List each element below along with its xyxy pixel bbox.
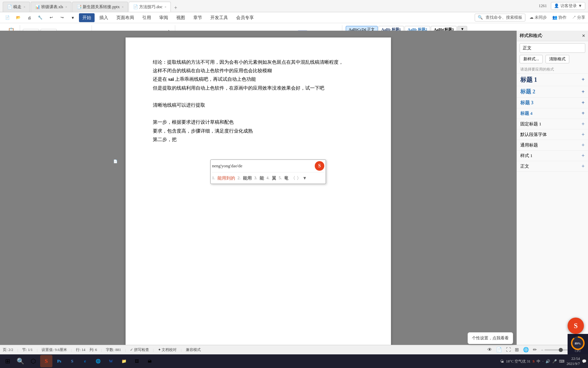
- style-h1-plus[interactable]: +: [582, 77, 585, 83]
- task-view-button[interactable]: ⬡: [27, 355, 39, 367]
- globe-icon[interactable]: 🌐: [523, 347, 529, 353]
- taskbar-word-btn[interactable]: W: [105, 355, 117, 367]
- new-tab-button[interactable]: +: [172, 4, 180, 12]
- taskbar-chrome-btn[interactable]: 🌐: [92, 355, 104, 367]
- share-btn[interactable]: ↗ 分享: [572, 15, 585, 20]
- print-icon[interactable]: 🖨: [24, 15, 34, 20]
- redo-icon[interactable]: ↪: [57, 15, 67, 20]
- ribbon-tab-dev[interactable]: 开发工具: [207, 13, 231, 22]
- style-item-fixed-h1[interactable]: 固定标题 1 +: [517, 119, 588, 129]
- eye-icon[interactable]: 👁: [487, 347, 492, 353]
- personality-tooltip[interactable]: 个性设置，点我看看: [468, 332, 513, 344]
- ribbon-search-box[interactable]: 🔍 查找命令、搜索模板: [475, 14, 525, 21]
- mic-icon[interactable]: 🎤: [552, 359, 557, 364]
- doc-line-6: 第一步，根据要求进行设计草稿和配色: [153, 118, 364, 126]
- collab-btn[interactable]: 👥 协作: [552, 15, 567, 20]
- tab-3-close[interactable]: ×: [122, 5, 124, 9]
- keyboard-icon[interactable]: ⌨: [559, 359, 565, 364]
- spell-check-btn[interactable]: ✓ 拼写检查: [130, 347, 149, 352]
- document-page[interactable]: 📄 ... 结论：提取线稿的方法不可用，因为会有小的元素例如灰色斑点在其中混乱线…: [126, 37, 391, 352]
- doc-view-icon[interactable]: 📄: [496, 347, 502, 353]
- ribbon-tab-ref[interactable]: 引用: [139, 13, 154, 22]
- open-icon[interactable]: 📂: [14, 15, 23, 20]
- cand-4[interactable]: 翼: [271, 174, 277, 182]
- ime-tray-icon[interactable]: S: [533, 359, 535, 363]
- current-style-display: 正文: [520, 43, 585, 53]
- ribbon-tab-layout[interactable]: 页面布局: [113, 13, 137, 22]
- sync-btn[interactable]: ☁ 未同步: [529, 15, 547, 20]
- zoom-out-btn[interactable]: −: [541, 348, 543, 352]
- tab-2[interactable]: 📊 班级课表.xls ×: [31, 2, 72, 12]
- search-button[interactable]: 🔍: [14, 355, 27, 367]
- style-h3-plus[interactable]: +: [582, 100, 585, 106]
- taskbar-search-icon: 🔍: [17, 357, 24, 365]
- format-icon[interactable]: 🔧: [35, 15, 45, 20]
- visitor-login-button[interactable]: 👤 访客登录 ▼: [551, 2, 585, 10]
- content-area[interactable]: 📄 ... 结论：提取线稿的方法不可用，因为会有小的元素例如灰色斑点在其中混乱线…: [0, 31, 517, 358]
- wps-floating-btn[interactable]: S: [568, 318, 584, 334]
- tab-2-close[interactable]: ×: [65, 5, 67, 9]
- taskbar-sai-btn[interactable]: S: [66, 355, 78, 367]
- ribbon-tab-vip[interactable]: 会员专享: [233, 13, 257, 22]
- weather-temp: 18°C 空气优 31: [506, 359, 530, 364]
- cand-5[interactable]: 竜: [283, 174, 290, 182]
- style-h2-plus[interactable]: +: [582, 89, 585, 95]
- tab-1[interactable]: 📄 稿走 ×: [3, 2, 30, 12]
- undo-icon[interactable]: ↩: [46, 15, 56, 20]
- ribbon-tab-insert[interactable]: 插入: [96, 13, 112, 22]
- style-common-heading-plus[interactable]: +: [582, 142, 585, 148]
- notification-btn[interactable]: 💬: [582, 359, 587, 364]
- ribbon-tab-start[interactable]: 开始: [79, 13, 95, 22]
- tab-4[interactable]: 📄 方法技巧.doc ×: [129, 2, 171, 12]
- ime-prev-btn[interactable]: 〈: [291, 174, 295, 182]
- pencil-icon[interactable]: ✏: [533, 347, 537, 353]
- panel-collapse-icon[interactable]: ✕: [582, 33, 585, 39]
- speaker-icon[interactable]: 🔊: [545, 359, 550, 364]
- fullscreen-icon[interactable]: ⛶: [506, 347, 511, 353]
- style-s1-plus[interactable]: +: [582, 153, 585, 159]
- taskbar-gallery-btn[interactable]: 🖼: [131, 355, 143, 367]
- style-h4-plus[interactable]: +: [582, 110, 585, 117]
- clear-format-panel-btn[interactable]: 清除格式: [545, 55, 569, 63]
- grid-icon[interactable]: ⊞: [515, 347, 519, 353]
- style-h2-label: 标题 2: [520, 88, 535, 95]
- panel-title: 样式和格式·: [520, 33, 543, 39]
- cpu-percent-text: 89%: [575, 342, 581, 345]
- doc-compare-btn[interactable]: ✦ 文档校对: [158, 347, 177, 352]
- taskbar-ie-btn[interactable]: e: [79, 355, 91, 367]
- style-item-h2[interactable]: 标题 2 +: [517, 86, 588, 98]
- tab-4-close[interactable]: ×: [165, 5, 167, 9]
- style-item-normal[interactable]: 正文 +: [517, 161, 588, 172]
- ribbon-tab-review[interactable]: 审阅: [156, 13, 172, 22]
- more-icon[interactable]: ▼: [68, 15, 78, 20]
- style-item-h3[interactable]: 标题 3 +: [517, 98, 588, 108]
- tab-1-close[interactable]: ×: [23, 5, 26, 9]
- ribbon-tabs-bar: 📄 📂 🖨 🔧 ↩ ↪ ▼ 开始 插入 页面布局 引用 审阅 视图 章节 开发工…: [0, 12, 588, 23]
- cand-1[interactable]: 能用到的: [216, 174, 236, 182]
- style-item-default-para[interactable]: 默认段落字体 +: [517, 129, 588, 140]
- ime-expand-btn[interactable]: ▼: [303, 174, 307, 182]
- tab-3[interactable]: 📑 新生团关系转接.pptx ×: [72, 2, 128, 12]
- style-item-h4[interactable]: 标题 4 +: [517, 108, 588, 119]
- new-style-btn[interactable]: 新样式...: [520, 55, 543, 63]
- style-normal-plus[interactable]: +: [582, 163, 585, 169]
- ribbon-tab-view[interactable]: 视图: [173, 13, 189, 22]
- style-fixed-h1-plus[interactable]: +: [582, 121, 585, 127]
- ribbon-tab-chapter[interactable]: 章节: [190, 13, 206, 22]
- taskbar-mountain-btn[interactable]: 🏔: [144, 355, 156, 367]
- new-doc-icon[interactable]: 📄: [3, 15, 12, 20]
- status-position: 设置值: 9.6厘米: [42, 347, 67, 352]
- cand-2[interactable]: 能用: [242, 174, 253, 182]
- cand-3[interactable]: 能: [259, 174, 265, 182]
- cn-input-icon[interactable]: 中: [537, 359, 540, 364]
- style-item-common-heading[interactable]: 通用标题 +: [517, 140, 588, 151]
- taskbar-files-btn[interactable]: 📁: [118, 355, 130, 367]
- taskbar-ps-btn[interactable]: Ps: [53, 355, 65, 367]
- style-default-para-plus[interactable]: +: [582, 132, 585, 138]
- taskbar-wps-btn[interactable]: S: [40, 355, 52, 367]
- style-item-s1[interactable]: 样式 1 +: [517, 151, 588, 161]
- style-item-h1[interactable]: 标题 1 +: [517, 74, 588, 86]
- ime-next-btn[interactable]: 〉: [297, 174, 301, 182]
- start-button[interactable]: ⊞: [1, 355, 14, 367]
- status-page: 页: 2/2: [3, 347, 13, 352]
